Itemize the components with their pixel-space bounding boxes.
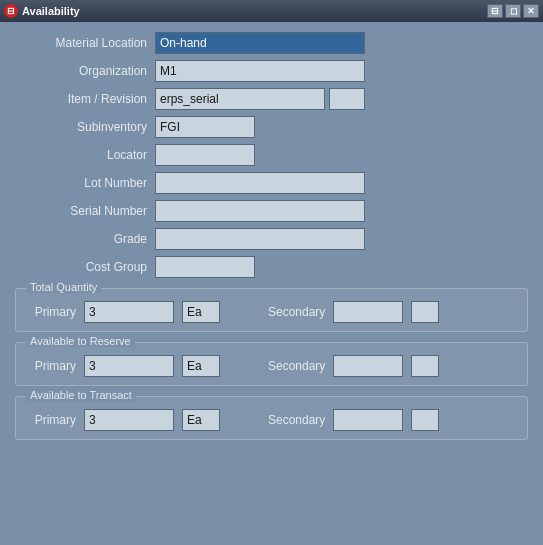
tq-secondary-label: Secondary bbox=[268, 305, 325, 319]
total-quantity-title: Total Quantity bbox=[26, 281, 101, 293]
at-secondary-label: Secondary bbox=[268, 413, 325, 427]
title-bar-left: ⊟ Availability bbox=[4, 4, 80, 18]
at-secondary-input[interactable] bbox=[333, 409, 403, 431]
available-transact-section: Available to Transact Primary Secondary bbox=[15, 396, 528, 440]
item-revision-group bbox=[155, 88, 365, 110]
subinventory-label: Subinventory bbox=[15, 120, 155, 134]
ar-primary-label: Primary bbox=[26, 359, 76, 373]
serial-number-label: Serial Number bbox=[15, 204, 155, 218]
close-button[interactable]: ✕ bbox=[523, 4, 539, 18]
material-location-input[interactable] bbox=[155, 32, 365, 54]
lot-number-label: Lot Number bbox=[15, 176, 155, 190]
ar-secondary-unit[interactable] bbox=[411, 355, 439, 377]
item-revision-extra-input[interactable] bbox=[329, 88, 365, 110]
locator-label: Locator bbox=[15, 148, 155, 162]
tq-secondary-input[interactable] bbox=[333, 301, 403, 323]
available-transact-title: Available to Transact bbox=[26, 389, 136, 401]
restore-button[interactable]: ◻ bbox=[505, 4, 521, 18]
tq-secondary-unit[interactable] bbox=[411, 301, 439, 323]
tq-primary-label: Primary bbox=[26, 305, 76, 319]
cost-group-label: Cost Group bbox=[15, 260, 155, 274]
grade-row: Grade bbox=[15, 228, 528, 250]
cost-group-row: Cost Group bbox=[15, 256, 528, 278]
total-quantity-section: Total Quantity Primary Secondary bbox=[15, 288, 528, 332]
available-reserve-title: Available to Reserve bbox=[26, 335, 135, 347]
ar-primary-unit[interactable] bbox=[182, 355, 220, 377]
subinventory-row: Subinventory bbox=[15, 116, 528, 138]
ar-primary-input[interactable] bbox=[84, 355, 174, 377]
organization-row: Organization bbox=[15, 60, 528, 82]
item-revision-input[interactable] bbox=[155, 88, 325, 110]
item-revision-row: Item / Revision bbox=[15, 88, 528, 110]
serial-number-input[interactable] bbox=[155, 200, 365, 222]
available-transact-row: Primary Secondary bbox=[26, 409, 517, 431]
title-bar-controls[interactable]: ⊟ ◻ ✕ bbox=[487, 4, 539, 18]
grade-label: Grade bbox=[15, 232, 155, 246]
lot-number-row: Lot Number bbox=[15, 172, 528, 194]
ar-secondary-input[interactable] bbox=[333, 355, 403, 377]
tq-primary-input[interactable] bbox=[84, 301, 174, 323]
title-bar: ⊟ Availability ⊟ ◻ ✕ bbox=[0, 0, 543, 22]
material-location-label: Material Location bbox=[15, 36, 155, 50]
available-reserve-section: Available to Reserve Primary Secondary bbox=[15, 342, 528, 386]
subinventory-input[interactable] bbox=[155, 116, 255, 138]
serial-number-row: Serial Number bbox=[15, 200, 528, 222]
material-location-row: Material Location bbox=[15, 32, 528, 54]
minimize-button[interactable]: ⊟ bbox=[487, 4, 503, 18]
at-primary-label: Primary bbox=[26, 413, 76, 427]
lot-number-input[interactable] bbox=[155, 172, 365, 194]
at-primary-unit[interactable] bbox=[182, 409, 220, 431]
at-secondary-unit[interactable] bbox=[411, 409, 439, 431]
ar-secondary-label: Secondary bbox=[268, 359, 325, 373]
cost-group-input[interactable] bbox=[155, 256, 255, 278]
grade-input[interactable] bbox=[155, 228, 365, 250]
main-content: Material Location Organization Item / Re… bbox=[0, 22, 543, 545]
locator-row: Locator bbox=[15, 144, 528, 166]
tq-primary-unit[interactable] bbox=[182, 301, 220, 323]
item-revision-label: Item / Revision bbox=[15, 92, 155, 106]
at-primary-input[interactable] bbox=[84, 409, 174, 431]
total-quantity-row: Primary Secondary bbox=[26, 301, 517, 323]
locator-input[interactable] bbox=[155, 144, 255, 166]
available-reserve-row: Primary Secondary bbox=[26, 355, 517, 377]
app-icon: ⊟ bbox=[4, 4, 18, 18]
organization-label: Organization bbox=[15, 64, 155, 78]
organization-input[interactable] bbox=[155, 60, 365, 82]
window-title: Availability bbox=[22, 5, 80, 17]
